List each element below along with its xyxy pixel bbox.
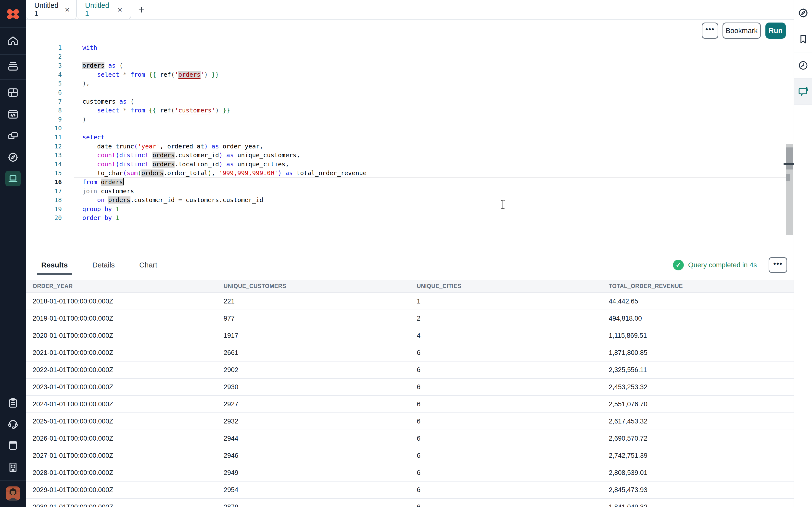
table-cell: 6: [417, 486, 609, 494]
code-text: group by 1: [72, 205, 794, 214]
column-header-total_order_revenue[interactable]: TOTAL_ORDER_REVENUE: [609, 283, 794, 289]
table-row: 2024-01-01T00:00:00.000Z292762,551,076.7…: [26, 396, 794, 413]
line-number: 3: [26, 61, 72, 70]
column-header-unique_cities[interactable]: UNIQUE_CITIES: [417, 283, 609, 289]
main-area: Untitled 1 × Untitled 1 × + ••• Bookmark…: [26, 0, 794, 507]
sidebar-item-docs[interactable]: [0, 434, 26, 456]
home-icon: [7, 35, 19, 47]
code-text: from orders: [72, 178, 794, 187]
sidebar-divider: [0, 54, 26, 55]
tab-chart[interactable]: Chart: [135, 255, 162, 275]
code-line-20[interactable]: 20order by 1: [26, 214, 794, 223]
table-cell: 6: [417, 417, 609, 425]
sidebar-divider: [0, 27, 26, 28]
code-line-3[interactable]: 3orders as (: [26, 61, 794, 70]
run-button[interactable]: Run: [765, 22, 786, 39]
code-line-4[interactable]: 4 select * from {{ ref('orders') }}: [26, 70, 794, 79]
scrollbar-marker: [786, 174, 790, 181]
table-row: 2020-01-01T00:00:00.000Z191741,115,869.5…: [26, 327, 794, 344]
table-cell: 2020-01-01T00:00:00.000Z: [26, 332, 223, 339]
sidebar-item-home[interactable]: [0, 30, 26, 52]
code-line-11[interactable]: 11select: [26, 133, 794, 142]
sidebar-item-windows[interactable]: [0, 125, 26, 147]
code-line-2[interactable]: 2: [26, 52, 794, 61]
code-line-8[interactable]: 8 select * from {{ ref('customers') }}: [26, 106, 794, 115]
sidebar-item-apps[interactable]: [0, 82, 26, 103]
line-number: 11: [26, 133, 72, 142]
sidebar-item-bookmarks[interactable]: [794, 26, 812, 52]
close-icon[interactable]: ×: [117, 5, 122, 14]
tab-untitled-2[interactable]: Untitled 1 ×: [77, 0, 131, 19]
table-cell: 2028-01-01T00:00:00.000Z: [26, 469, 223, 476]
table-cell: 2,808,539.01: [609, 469, 794, 476]
close-icon[interactable]: ×: [65, 5, 70, 14]
sidebar-item-explore[interactable]: [0, 147, 26, 168]
column-header-order_year[interactable]: ORDER_YEAR: [26, 283, 223, 289]
paradime-logo-icon[interactable]: [0, 3, 26, 25]
building-icon: [7, 462, 19, 473]
tab-results[interactable]: Results: [37, 255, 72, 275]
line-number: 1: [26, 43, 72, 52]
table-cell: 2902: [223, 366, 417, 374]
editor-more-button[interactable]: •••: [702, 22, 718, 39]
code-line-12[interactable]: 12 date_trunc('year', ordered_at) as ord…: [26, 142, 794, 151]
sidebar-item-history[interactable]: [794, 52, 812, 78]
sidebar-item-workbench-active[interactable]: [0, 168, 26, 189]
line-number: 18: [26, 196, 72, 205]
code-line-14[interactable]: 14 count(distinct orders.location_id) as…: [26, 160, 794, 169]
code-line-5[interactable]: 5),: [26, 79, 794, 88]
left-sidebar: [0, 0, 26, 507]
sidebar-item-code-editor[interactable]: [0, 104, 26, 125]
table-row: 2023-01-01T00:00:00.000Z293062,453,253.3…: [26, 379, 794, 396]
code-line-9[interactable]: 9): [26, 115, 794, 124]
new-tab-button[interactable]: +: [138, 0, 145, 19]
sidebar-item-ai-assistant[interactable]: [794, 78, 812, 105]
code-line-10[interactable]: 10: [26, 124, 794, 133]
code-line-13[interactable]: 13 count(distinct orders.customer_id) as…: [26, 151, 794, 160]
table-cell: 2024-01-01T00:00:00.000Z: [26, 400, 223, 408]
clipboard-icon: [7, 397, 19, 408]
code-line-7[interactable]: 7customers as (: [26, 97, 794, 106]
results-panel: Results Details Chart ✓ Query completed …: [26, 255, 794, 507]
code-text: ): [72, 115, 794, 124]
table-cell: 2025-01-01T00:00:00.000Z: [26, 417, 223, 425]
line-number: 13: [26, 151, 72, 160]
sidebar-item-organization[interactable]: [0, 457, 26, 478]
headset-icon: [7, 418, 19, 430]
code-line-17[interactable]: 17join customers: [26, 187, 794, 196]
table-cell: 2927: [223, 400, 417, 408]
code-line-19[interactable]: 19group by 1: [26, 205, 794, 214]
tab-untitled-1[interactable]: Untitled 1 ×: [26, 0, 77, 19]
line-number: 16: [26, 178, 72, 187]
status-text: Query completed in 4s: [688, 261, 757, 269]
editor-scrollbar-thumb[interactable]: [786, 148, 793, 169]
table-cell: 494,818.00: [609, 315, 794, 322]
sql-editor[interactable]: 1with23orders as (4 select * from {{ ref…: [26, 41, 794, 255]
line-number: 19: [26, 205, 72, 214]
sidebar-item-support[interactable]: [0, 413, 26, 435]
line-number: 12: [26, 142, 72, 151]
code-line-16[interactable]: 16from orders: [26, 178, 794, 187]
table-cell: 2,690,570.72: [609, 435, 794, 442]
sidebar-item-discover[interactable]: [794, 0, 812, 26]
code-text: [72, 88, 794, 97]
logo-glyph: [5, 7, 20, 22]
sidebar-item-clipboard[interactable]: [0, 392, 26, 414]
code-line-15[interactable]: 15 to_char(sum(orders.order_total), '999…: [26, 169, 794, 178]
code-text: [72, 52, 794, 61]
code-line-6[interactable]: 6: [26, 88, 794, 97]
line-number: 2: [26, 52, 72, 61]
results-more-button[interactable]: •••: [769, 257, 787, 273]
apps-grid-icon: [7, 87, 19, 99]
column-header-unique_customers[interactable]: UNIQUE_CUSTOMERS: [223, 283, 417, 289]
table-row: 2028-01-01T00:00:00.000Z294962,808,539.0…: [26, 464, 794, 482]
tab-details[interactable]: Details: [88, 255, 119, 275]
user-avatar[interactable]: [6, 487, 20, 501]
text-caret: [123, 178, 124, 185]
code-line-1[interactable]: 1with: [26, 43, 794, 52]
sidebar-item-inbox[interactable]: [0, 55, 26, 77]
table-cell: 6: [417, 435, 609, 442]
bookmark-button[interactable]: Bookmark: [722, 22, 761, 39]
line-number: 15: [26, 169, 72, 178]
code-line-18[interactable]: 18 on orders.customer_id = customers.cus…: [26, 196, 794, 205]
